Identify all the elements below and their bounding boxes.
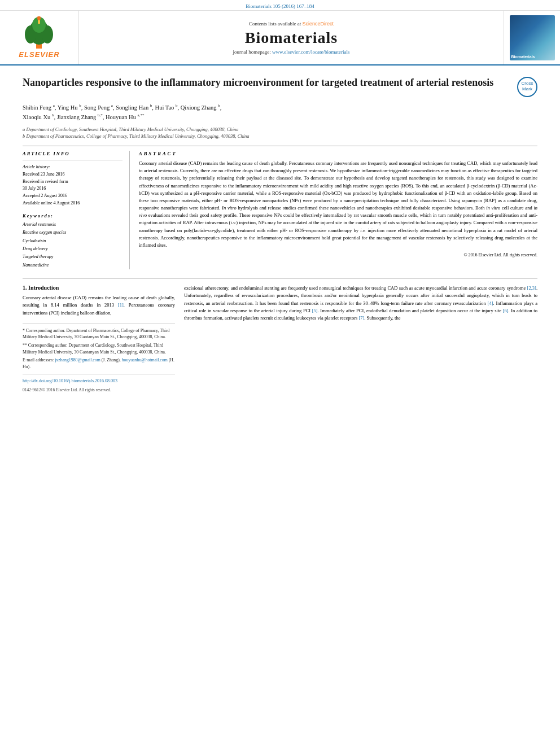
affiliation-a: a Department of Cardiology, Southwest Ho… [23, 126, 537, 133]
crossmark-section: Cross Mark [517, 77, 537, 98]
article-info-column: ARTICLE INFO Article history: Received 2… [23, 151, 130, 269]
received-revised-label: Received in revised form [23, 178, 123, 186]
doi-link[interactable]: http://dx.doi.org/10.1016/j.biomaterials… [23, 378, 117, 383]
abstract-text: Coronary arterial disease (CAD) remains … [139, 160, 537, 249]
title-section: Nanoparticles responsive to the inflamma… [23, 76, 537, 98]
keyword-5: Targeted therapy [23, 253, 123, 261]
article-history: Article history: Received 23 June 2016 R… [23, 164, 123, 207]
footnotes: * Corresponding author. Department of Ph… [23, 324, 175, 393]
elsevier-logo: ELSEVIER [19, 16, 59, 59]
article-title: Nanoparticles responsive to the inflamma… [23, 76, 511, 90]
introduction-paragraph: Coronary arterial disease (CAD) remains … [23, 294, 175, 317]
journal-thumbnail-section: Biomaterials [504, 11, 560, 64]
abstract-heading: ABSTRACT [139, 151, 537, 156]
accepted-date: Accepted 2 August 2016 [23, 193, 123, 200]
elsevier-logo-section: ELSEVIER [0, 11, 79, 64]
svg-text:Mark: Mark [522, 86, 533, 91]
homepage-line: journal homepage: www.elsevier.com/locat… [233, 49, 350, 55]
homepage-url[interactable]: www.elsevier.com/locate/biomaterials [272, 49, 349, 55]
introduction-heading: 1. Introduction [23, 285, 175, 291]
available-date: Available online 4 August 2016 [23, 200, 123, 207]
page-wrapper: Biomaterials 105 (2016) 167–184 ELSEVIER [0, 0, 560, 399]
elsevier-name: ELSEVIER [19, 50, 59, 59]
left-column: 1. Introduction Coronary arterial diseas… [23, 285, 175, 393]
affiliations: a Department of Cardiology, Southwest Ho… [23, 126, 537, 141]
copyright-line: © 2016 Elsevier Ltd. All rights reserved… [139, 252, 537, 257]
keyword-4: Drug delivery [23, 245, 123, 253]
email-1[interactable]: jxzhang1980@gmail.com [55, 357, 100, 362]
issn-line: 0142-9612/© 2016 Elsevier Ltd. All right… [23, 387, 175, 393]
keyword-2: Reactive oxygen species [23, 229, 123, 237]
received-date: Received 23 June 2016 [23, 171, 123, 178]
affiliation-b: b Department of Pharmaceutics, College o… [23, 133, 537, 140]
doi-line: http://dx.doi.org/10.1016/j.biomaterials… [23, 378, 175, 385]
history-heading: Article history: [23, 164, 50, 169]
article-info-abstract-section: ARTICLE INFO Article history: Received 2… [23, 146, 537, 269]
article-body: Nanoparticles responsive to the inflamma… [0, 65, 560, 399]
ref-7: [7] [358, 315, 364, 321]
ref-4: [4] [488, 300, 493, 306]
svg-text:Cross: Cross [522, 81, 533, 86]
journal-citation: Biomaterials 105 (2016) 167–184 [246, 3, 314, 9]
journal-title-section: Contents lists available at ScienceDirec… [79, 11, 504, 64]
email-2[interactable]: houyuanhu@hotmail.com [122, 357, 168, 362]
journal-name: Biomaterials [245, 29, 338, 47]
ref-6: [6] [503, 308, 509, 313]
footnote-star1: * Corresponding author. Department of Ph… [23, 327, 175, 340]
received-revised-date: 30 July 2016 [23, 185, 123, 193]
ref-5: [5] [312, 308, 318, 313]
ref-1: [1] [118, 302, 124, 308]
thumbnail-label: Biomaterials [511, 55, 535, 59]
keywords-list: Arterial restenosis Reactive oxygen spec… [23, 221, 123, 269]
right-column: excisional atherectomy, and endoluminal … [184, 285, 537, 393]
authors-line: Shibin Feng a, Ying Hu b, Song Peng a, S… [23, 103, 537, 123]
journal-header: ELSEVIER Contents lists available at Sci… [0, 11, 560, 65]
journal-citation-bar: Biomaterials 105 (2016) 167–184 [0, 0, 560, 11]
right-col-text: excisional atherectomy, and endoluminal … [184, 285, 537, 322]
science-direct-link[interactable]: ScienceDirect [302, 21, 334, 27]
ref-2-3: [2,3] [527, 285, 536, 291]
footnote-star2: ** Corresponding author. Department of C… [23, 342, 175, 355]
science-direct-line: Contents lists available at ScienceDirec… [249, 21, 334, 27]
keyword-3: Cyclodextrin [23, 237, 123, 245]
journal-cover-thumbnail: Biomaterials [510, 15, 555, 60]
keywords-heading: Keywords: [23, 213, 123, 219]
article-info-heading: ARTICLE INFO [23, 151, 123, 156]
crossmark-icon: Cross Mark [517, 77, 537, 97]
keywords-section: Keywords: Arterial restenosis Reactive o… [23, 213, 123, 269]
footnote-emails: E-mail addresses: jxzhang1980@gmail.com … [23, 357, 175, 370]
keyword-1: Arterial restenosis [23, 221, 123, 229]
main-content-section: 1. Introduction Coronary arterial diseas… [23, 278, 537, 393]
elsevier-tree-icon [19, 16, 59, 50]
abstract-column: ABSTRACT Coronary arterial disease (CAD)… [139, 151, 537, 269]
keyword-6: Nanomedicine [23, 261, 123, 269]
